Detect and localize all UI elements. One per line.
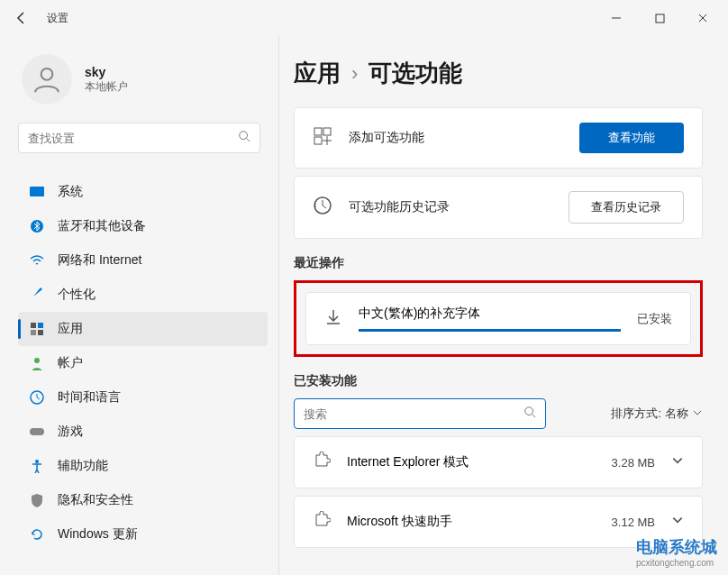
profile-block[interactable]: sky 本地帐户 <box>18 43 278 123</box>
svg-rect-16 <box>323 128 331 135</box>
minimize-button[interactable] <box>598 4 634 32</box>
svg-point-14 <box>35 460 39 463</box>
back-button[interactable] <box>7 4 36 32</box>
chevron-right-icon: › <box>351 62 358 86</box>
svg-point-2 <box>41 68 53 80</box>
accessibility-icon <box>29 458 45 474</box>
breadcrumb-current: 可选功能 <box>369 58 462 89</box>
maximize-button[interactable] <box>642 4 678 32</box>
sort-dropdown[interactable]: 排序方式: 名称 <box>611 406 703 422</box>
puzzle-icon <box>313 452 331 473</box>
nav-accessibility[interactable]: 辅助功能 <box>18 449 268 483</box>
feature-name: Internet Explorer 模式 <box>347 454 596 470</box>
progress-bar <box>359 329 621 332</box>
search-icon <box>238 130 250 146</box>
add-feature-label: 添加可选功能 <box>349 130 563 146</box>
sort-value: 名称 <box>665 406 688 422</box>
shield-icon <box>29 492 45 508</box>
recent-heading: 最近操作 <box>294 255 703 271</box>
svg-rect-10 <box>38 330 43 335</box>
nav-time-language[interactable]: 时间和语言 <box>18 380 268 415</box>
nav-label: 蓝牙和其他设备 <box>58 218 146 234</box>
sidebar-search[interactable] <box>18 123 260 153</box>
system-icon <box>29 184 45 200</box>
chevron-down-icon <box>692 407 703 421</box>
nav-label: 帐户 <box>58 355 83 371</box>
nav-label: 隐私和安全性 <box>58 492 133 508</box>
chevron-down-icon[interactable] <box>671 514 684 530</box>
view-history-button[interactable]: 查看历史记录 <box>569 191 684 224</box>
search-icon <box>523 406 536 422</box>
sort-label: 排序方式: <box>611 406 661 422</box>
svg-line-4 <box>247 139 250 142</box>
breadcrumb-parent[interactable]: 应用 <box>294 58 341 89</box>
history-icon <box>313 196 332 219</box>
recent-item-name: 中文(繁体)的补充字体 <box>359 306 621 322</box>
nav-personalization[interactable]: 个性化 <box>18 278 268 312</box>
installed-heading: 已安装功能 <box>294 373 703 389</box>
avatar <box>22 54 72 105</box>
nav-network[interactable]: 网络和 Internet <box>18 243 268 278</box>
svg-rect-7 <box>31 323 36 328</box>
svg-point-3 <box>240 132 248 140</box>
nav-label: 时间和语言 <box>58 389 121 406</box>
nav-system[interactable]: 系统 <box>18 175 268 209</box>
nav-bluetooth[interactable]: 蓝牙和其他设备 <box>18 209 268 243</box>
view-features-button[interactable]: 查看功能 <box>579 123 684 153</box>
nav-label: 应用 <box>58 321 83 337</box>
person-icon <box>29 355 45 371</box>
svg-rect-9 <box>31 330 36 335</box>
close-button[interactable] <box>685 4 721 32</box>
nav-apps[interactable]: 应用 <box>18 312 268 346</box>
nav-label: 网络和 Internet <box>58 252 141 269</box>
username: sky <box>85 65 128 79</box>
nav-windows-update[interactable]: Windows 更新 <box>18 517 268 552</box>
installed-search[interactable] <box>294 398 546 429</box>
nav-label: Windows 更新 <box>58 526 138 543</box>
add-icon <box>313 126 332 150</box>
recent-highlight-annotation: 中文(繁体)的补充字体 已安装 <box>294 280 703 357</box>
nav-privacy[interactable]: 隐私和安全性 <box>18 483 268 517</box>
installed-search-input[interactable] <box>304 407 523 421</box>
update-icon <box>29 526 45 543</box>
apps-icon <box>29 321 45 337</box>
svg-line-20 <box>532 415 536 418</box>
svg-rect-1 <box>656 14 664 23</box>
svg-point-19 <box>525 407 533 415</box>
feature-name: Microsoft 快速助手 <box>347 514 596 530</box>
svg-rect-5 <box>30 187 44 196</box>
installed-feature-item[interactable]: Internet Explorer 模式 3.28 MB <box>294 436 703 488</box>
nav-label: 辅助功能 <box>58 458 108 474</box>
account-type: 本地帐户 <box>85 79 128 95</box>
chevron-down-icon[interactable] <box>671 454 684 470</box>
installed-feature-item[interactable]: Microsoft 快速助手 3.12 MB <box>294 496 703 548</box>
brush-icon <box>29 287 45 303</box>
breadcrumb: 应用 › 可选功能 <box>294 58 703 89</box>
svg-point-11 <box>34 358 40 363</box>
clock-icon <box>29 389 45 406</box>
nav-label: 个性化 <box>58 287 96 303</box>
app-title: 设置 <box>47 11 68 26</box>
download-icon <box>324 308 342 330</box>
gamepad-icon <box>29 424 45 440</box>
sidebar-search-input[interactable] <box>28 132 238 145</box>
wifi-icon <box>29 252 45 269</box>
feature-size: 3.28 MB <box>612 456 655 470</box>
recent-item-status: 已安装 <box>637 311 672 327</box>
svg-rect-17 <box>314 137 322 144</box>
nav-label: 系统 <box>58 184 83 200</box>
nav-gaming[interactable]: 游戏 <box>18 415 268 449</box>
recent-item[interactable]: 中文(繁体)的补充字体 已安装 <box>305 292 691 345</box>
history-label: 可选功能历史记录 <box>349 199 552 215</box>
nav-accounts[interactable]: 帐户 <box>18 346 268 380</box>
svg-rect-8 <box>38 323 43 328</box>
puzzle-icon <box>313 511 331 533</box>
history-card[interactable]: 可选功能历史记录 查看历史记录 <box>294 176 703 239</box>
svg-rect-15 <box>314 128 322 135</box>
feature-size: 3.12 MB <box>612 516 655 529</box>
nav-label: 游戏 <box>58 424 83 440</box>
svg-rect-13 <box>30 428 44 435</box>
add-feature-card[interactable]: 添加可选功能 查看功能 <box>294 107 703 169</box>
bluetooth-icon <box>29 218 45 234</box>
